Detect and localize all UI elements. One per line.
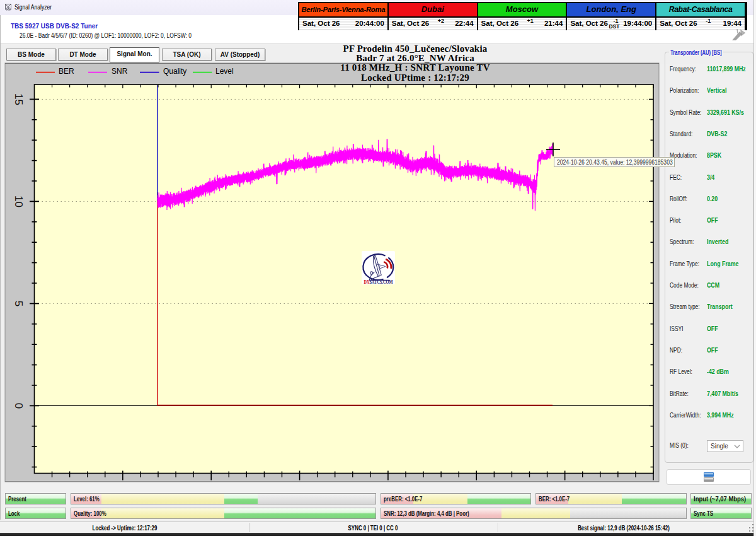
svg-text:5: 5 [13, 301, 25, 306]
svg-text:15: 15 [13, 93, 25, 105]
svg-text:10: 10 [13, 195, 25, 207]
svg-text:DXSATCS.COM: DXSATCS.COM [364, 279, 394, 284]
svg-text:0: 0 [13, 403, 25, 409]
